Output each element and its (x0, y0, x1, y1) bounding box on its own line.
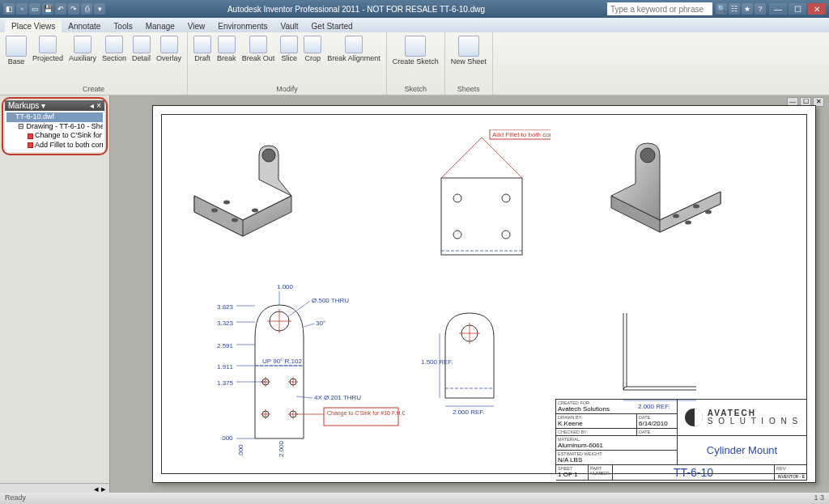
svg-point-17 (705, 210, 712, 214)
logo-icon (685, 409, 703, 426)
ribbon-tabs: Place Views Annotate Tools Manage View E… (0, 18, 829, 32)
iso-view-right (599, 135, 737, 256)
detail-button[interactable]: Detail (130, 34, 153, 64)
overlay-button[interactable]: Overlay (154, 34, 184, 64)
svg-text:.000: .000 (237, 444, 244, 457)
svg-text:1.375: 1.375 (217, 379, 234, 387)
status-bar: Ready 1 3 (0, 493, 829, 504)
break-icon (218, 36, 236, 53)
svg-point-6 (453, 194, 461, 202)
status-right: 1 3 (814, 493, 824, 503)
svg-point-9 (502, 231, 510, 239)
company-logo: AVATECHS O L U T I O N S (678, 400, 807, 436)
draft-button[interactable]: Draft (191, 34, 214, 64)
tab-annotate[interactable]: Annotate (62, 20, 107, 32)
svg-text:Add Fillet to both corners: Add Fillet to both corners (492, 131, 551, 138)
svg-point-0 (262, 149, 275, 162)
svg-text:3.323: 3.323 (217, 320, 234, 327)
overlay-icon (160, 36, 178, 53)
base-button[interactable]: Base (3, 34, 29, 67)
app-menu-icon[interactable]: ◧ (3, 3, 15, 15)
break-align-button[interactable]: Break Alignment (325, 34, 383, 64)
auxiliary-icon (74, 36, 91, 53)
svg-point-15 (693, 205, 699, 209)
svg-text:3.823: 3.823 (217, 303, 234, 311)
qa-more-icon[interactable]: ▾ (94, 3, 105, 15)
svg-text:UP 90° R.102: UP 90° R.102 (262, 358, 302, 365)
slice-button[interactable]: Slice (278, 34, 300, 64)
minimize-icon[interactable]: — (769, 3, 787, 15)
group-label-sheets: Sheets (449, 84, 489, 93)
svg-point-1 (211, 209, 218, 213)
undo-icon[interactable]: ↶ (55, 3, 66, 15)
tree-row-markup-1[interactable]: Change to C'Sink for #10 F (6, 131, 103, 141)
markups-header[interactable]: Markups ▾◂ × (5, 100, 104, 111)
search-input[interactable] (607, 2, 712, 15)
crop-button[interactable]: Crop (301, 34, 324, 64)
svg-point-16 (685, 221, 691, 225)
redo-icon[interactable]: ↷ (68, 3, 79, 15)
favorite-icon[interactable]: ★ (742, 3, 753, 15)
comm-icon[interactable]: ☷ (729, 3, 740, 15)
projected-button[interactable]: Projected (30, 34, 66, 64)
tree-row-file[interactable]: TT-6-10.dwf (6, 112, 103, 122)
drawing-canvas[interactable]: — ☐ ✕ (110, 95, 829, 493)
svg-rect-5 (441, 178, 522, 255)
help-icon[interactable]: ? (755, 3, 766, 15)
tab-vault[interactable]: Vault (274, 20, 304, 32)
tab-view[interactable]: View (181, 20, 212, 32)
svg-text:Ø.500 THRU: Ø.500 THRU (312, 297, 349, 304)
quick-access-toolbar: ◧ ▫ ▭ 💾 ↶ ↷ ⎙ ▾ (3, 3, 105, 15)
slice-icon (280, 36, 298, 53)
svg-text:2.000: 2.000 (278, 440, 285, 457)
svg-text:1.000: 1.000 (277, 283, 294, 290)
tree-row-markup-2[interactable]: Add Fillet to both corners (6, 141, 103, 150)
window-title: Autodesk Inventor Professional 2011 - NO… (105, 5, 607, 14)
tab-environments[interactable]: Environments (211, 20, 274, 32)
breakout-button[interactable]: Break Out (240, 34, 278, 64)
tab-get-started[interactable]: Get Started (305, 20, 359, 32)
base-icon (6, 36, 27, 57)
crop-icon (304, 36, 321, 53)
new-icon[interactable]: ▫ (16, 3, 28, 15)
iso-view-left (178, 139, 308, 252)
section-icon (105, 36, 123, 53)
svg-point-8 (453, 231, 461, 239)
create-sketch-button[interactable]: Create Sketch (390, 34, 441, 67)
maximize-icon[interactable]: ☐ (789, 3, 806, 15)
tab-manage[interactable]: Manage (139, 20, 181, 32)
tab-tools[interactable]: Tools (107, 20, 138, 32)
section-button[interactable]: Section (100, 34, 129, 64)
print-icon[interactable]: ⎙ (81, 3, 92, 15)
breakout-icon (249, 36, 267, 53)
title-bar: ◧ ▫ ▭ 💾 ↶ ↷ ⎙ ▾ Autodesk Inventor Profes… (0, 0, 829, 18)
svg-text:1.911: 1.911 (217, 363, 234, 371)
new-sheet-button[interactable]: New Sheet (449, 34, 489, 67)
svg-point-4 (223, 201, 230, 205)
group-label-sketch: Sketch (390, 84, 441, 93)
projected-icon (39, 36, 57, 53)
status-text: Ready (5, 493, 26, 503)
detail-icon (133, 36, 151, 53)
ribbon-group-modify: Draft Break Break Out Slice Crop Break A… (188, 32, 387, 95)
sketch-icon (405, 36, 426, 57)
markups-tree: TT-6-10.dwf ⊟ Drawing - TT-6-10 - Sheet:… (5, 111, 104, 152)
close-icon[interactable]: ✕ (808, 3, 826, 15)
break-button[interactable]: Break (215, 34, 239, 64)
drawing-sheet: Add Fillet to both corners (152, 105, 816, 483)
tab-place-views[interactable]: Place Views (5, 20, 62, 32)
tree-row-sheet[interactable]: ⊟ Drawing - TT-6-10 - Sheet:1 (6, 122, 103, 132)
search-icon[interactable]: 🔍 (716, 3, 727, 15)
ribbon: Base Projected Auxiliary Section Detail … (0, 32, 829, 95)
ribbon-group-sheets: New Sheet Sheets (445, 32, 493, 95)
svg-text:2.000 REF.: 2.000 REF. (453, 409, 485, 416)
svg-point-13 (640, 148, 655, 163)
svg-line-51 (304, 324, 314, 327)
break-align-icon (345, 36, 363, 53)
side-view: 1.500 REF. 2.000 REF. (417, 293, 538, 422)
sidebar-scroll[interactable]: ◂ ▸ (0, 483, 109, 493)
auxiliary-button[interactable]: Auxiliary (66, 34, 99, 64)
title-block: CREATED FOR:Avatech Solutions AVATECHS O… (555, 399, 806, 473)
open-icon[interactable]: ▭ (29, 3, 40, 15)
save-icon[interactable]: 💾 (42, 3, 53, 15)
